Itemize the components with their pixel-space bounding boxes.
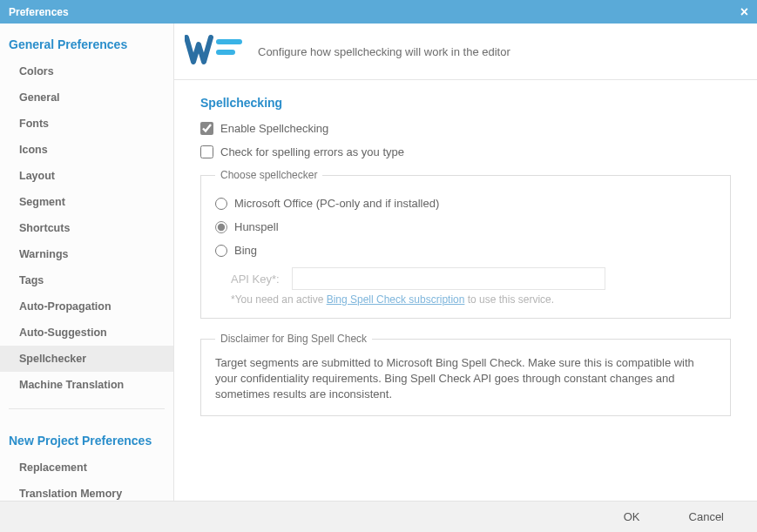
api-key-note: *You need an active Bing Spell Check sub… xyxy=(231,293,716,306)
sidebar-item-spellchecker[interactable]: Spellchecker xyxy=(0,346,173,372)
check-as-you-type-label: Check for spelling errors as you type xyxy=(220,145,404,158)
sidebar-item-general[interactable]: General xyxy=(0,84,173,111)
close-icon[interactable]: × xyxy=(740,5,748,19)
svg-rect-0 xyxy=(216,39,242,44)
spellchecking-panel: Spellchecking Enable Spellchecking Check… xyxy=(174,80,757,425)
radio-hunspell-label: Hunspell xyxy=(234,220,279,233)
bing-disclaimer-group: Disclaimer for Bing Spell Check Target s… xyxy=(200,333,731,416)
sidebar-divider xyxy=(9,408,165,409)
bing-disclaimer-text: Target segments are submitted to Microso… xyxy=(215,355,716,403)
radio-ms-office-row[interactable]: Microsoft Office (PC-only and if install… xyxy=(215,192,716,215)
bing-disclaimer-legend: Disclaimer for Bing Spell Check xyxy=(215,333,372,345)
preferences-sidebar: General Preferences Colors General Fonts… xyxy=(0,24,174,501)
sidebar-item-replacement[interactable]: Replacement xyxy=(0,455,173,481)
enable-spellchecking-label: Enable Spellchecking xyxy=(220,122,328,135)
enable-spellchecking-row[interactable]: Enable Spellchecking xyxy=(200,122,731,135)
sidebar-item-fonts[interactable]: Fonts xyxy=(0,111,173,137)
api-note-suffix: to use this service. xyxy=(464,293,554,306)
sidebar-section-general: General Preferences xyxy=(0,24,173,58)
app-logo-icon xyxy=(185,32,247,71)
api-key-row: API Key*: xyxy=(231,267,716,290)
choose-spellchecker-legend: Choose spellchecker xyxy=(215,169,322,181)
radio-hunspell-row[interactable]: Hunspell xyxy=(215,215,716,239)
radio-ms-office-label: Microsoft Office (PC-only and if install… xyxy=(234,197,439,210)
radio-bing-label: Bing xyxy=(234,244,257,257)
panel-title: Spellchecking xyxy=(200,96,731,110)
main-content: Configure how spellchecking will work in… xyxy=(174,24,757,501)
check-as-you-type-checkbox[interactable] xyxy=(200,145,213,158)
sidebar-item-shortcuts[interactable]: Shortcuts xyxy=(0,215,173,241)
header-description: Configure how spellchecking will work in… xyxy=(258,45,510,58)
sidebar-section-new-project: New Project Preferences xyxy=(0,420,173,455)
sidebar-item-colors[interactable]: Colors xyxy=(0,58,173,84)
sidebar-item-auto-suggestion[interactable]: Auto-Suggestion xyxy=(0,320,173,346)
dialog-footer: OK Cancel xyxy=(0,501,757,532)
titlebar: Preferences × xyxy=(0,0,757,24)
choose-spellchecker-group: Choose spellchecker Microsoft Office (PC… xyxy=(200,169,731,319)
sidebar-item-translation-memory[interactable]: Translation Memory xyxy=(0,481,173,501)
svg-rect-1 xyxy=(216,50,235,55)
ok-button[interactable]: OK xyxy=(617,507,647,527)
api-key-label: API Key*: xyxy=(231,273,280,286)
sidebar-item-auto-propagation[interactable]: Auto-Propagation xyxy=(0,293,173,320)
sidebar-item-machine-translation[interactable]: Machine Translation xyxy=(0,372,173,398)
api-key-input[interactable] xyxy=(292,267,605,290)
main-header: Configure how spellchecking will work in… xyxy=(174,24,757,80)
cancel-button[interactable]: Cancel xyxy=(682,507,731,527)
radio-bing-row[interactable]: Bing xyxy=(215,239,716,262)
sidebar-item-tags[interactable]: Tags xyxy=(0,267,173,293)
radio-ms-office[interactable] xyxy=(215,198,227,210)
window-title: Preferences xyxy=(9,6,69,18)
radio-bing[interactable] xyxy=(215,245,227,257)
sidebar-item-icons[interactable]: Icons xyxy=(0,137,173,163)
dialog-body: General Preferences Colors General Fonts… xyxy=(0,24,757,501)
sidebar-item-segment[interactable]: Segment xyxy=(0,189,173,215)
api-note-prefix: *You need an active xyxy=(231,293,327,306)
bing-subscription-link[interactable]: Bing Spell Check subscription xyxy=(327,293,465,306)
enable-spellchecking-checkbox[interactable] xyxy=(200,122,213,135)
sidebar-item-layout[interactable]: Layout xyxy=(0,163,173,189)
sidebar-item-warnings[interactable]: Warnings xyxy=(0,241,173,267)
radio-hunspell[interactable] xyxy=(215,221,227,233)
check-as-you-type-row[interactable]: Check for spelling errors as you type xyxy=(200,145,731,158)
